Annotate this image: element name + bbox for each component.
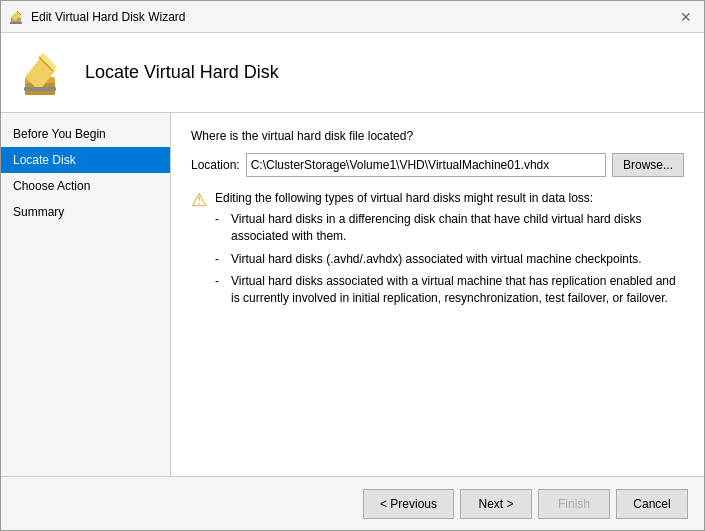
- location-input[interactable]: [246, 153, 606, 177]
- footer: < Previous Next > Finish Cancel: [1, 476, 704, 530]
- main-panel: Where is the virtual hard disk file loca…: [171, 113, 704, 476]
- page-title: Locate Virtual Hard Disk: [85, 62, 279, 83]
- warning-title: Editing the following types of virtual h…: [215, 191, 684, 205]
- browse-button[interactable]: Browse...: [612, 153, 684, 177]
- warning-content: Editing the following types of virtual h…: [215, 191, 684, 313]
- warning-box: ⚠ Editing the following types of virtual…: [191, 191, 684, 313]
- warning-list: Virtual hard disks in a differencing dis…: [215, 211, 684, 307]
- title-bar-left: Edit Virtual Hard Disk Wizard: [9, 9, 186, 25]
- cancel-button[interactable]: Cancel: [616, 489, 688, 519]
- warning-icon: ⚠: [191, 191, 207, 209]
- header-wizard-icon: [21, 49, 69, 97]
- wizard-window: Edit Virtual Hard Disk Wizard ✕ Locate V…: [0, 0, 705, 531]
- previous-button[interactable]: < Previous: [363, 489, 454, 519]
- svg-rect-3: [10, 22, 22, 24]
- location-label: Location:: [191, 158, 240, 172]
- warning-item-2: Virtual hard disks (.avhd/.avhdx) associ…: [215, 251, 684, 268]
- sidebar-item-before-you-begin[interactable]: Before You Begin: [1, 121, 170, 147]
- next-button[interactable]: Next >: [460, 489, 532, 519]
- warning-item-3: Virtual hard disks associated with a vir…: [215, 273, 684, 307]
- close-button[interactable]: ✕: [676, 7, 696, 27]
- title-bar: Edit Virtual Hard Disk Wizard ✕: [1, 1, 704, 33]
- title-bar-icon: [9, 9, 25, 25]
- finish-button[interactable]: Finish: [538, 489, 610, 519]
- warning-item-1: Virtual hard disks in a differencing dis…: [215, 211, 684, 245]
- sidebar: Before You Begin Locate Disk Choose Acti…: [1, 113, 171, 476]
- window-title: Edit Virtual Hard Disk Wizard: [31, 10, 186, 24]
- svg-rect-9: [24, 87, 56, 91]
- sidebar-item-summary[interactable]: Summary: [1, 199, 170, 225]
- wizard-header: Locate Virtual Hard Disk: [1, 33, 704, 113]
- content-area: Before You Begin Locate Disk Choose Acti…: [1, 113, 704, 476]
- question-label: Where is the virtual hard disk file loca…: [191, 129, 684, 143]
- location-row: Location: Browse...: [191, 153, 684, 177]
- sidebar-item-locate-disk[interactable]: Locate Disk: [1, 147, 170, 173]
- sidebar-item-choose-action[interactable]: Choose Action: [1, 173, 170, 199]
